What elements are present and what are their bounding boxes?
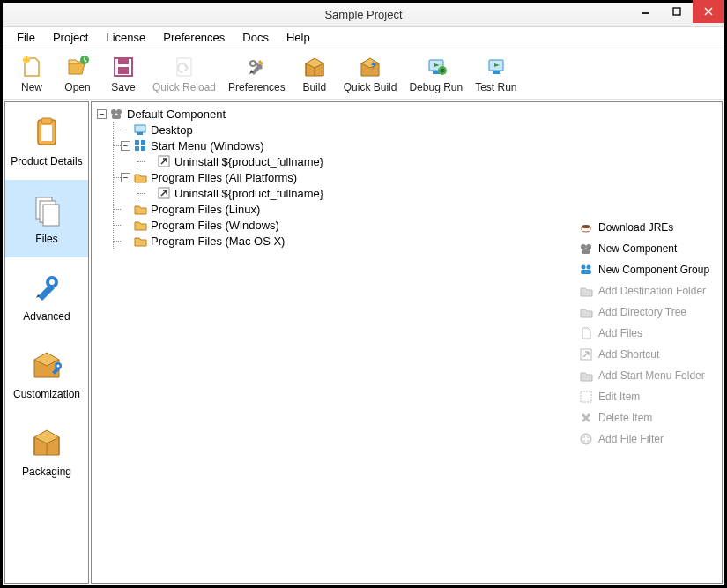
menu-license[interactable]: License: [99, 29, 152, 46]
svg-rect-34: [135, 146, 139, 151]
sidebar-advanced[interactable]: Advanced: [5, 257, 88, 335]
tree-node[interactable]: Uninstall ${product_fullname}: [145, 185, 570, 201]
action-add-file-filter-label: Add File Filter: [598, 433, 664, 445]
folder-icon: [579, 305, 593, 319]
svg-rect-1: [673, 8, 680, 15]
build-button[interactable]: Build: [293, 53, 337, 95]
tree-node[interactable]: −Program Files (All Platforms): [121, 169, 570, 185]
action-add-start-menu-folder: Add Start Menu Folder: [579, 365, 722, 386]
tree-node[interactable]: −Start Menu (Windows): [121, 138, 570, 153]
quick-reload-label: Quick Reload: [152, 81, 216, 93]
svg-point-27: [111, 109, 116, 115]
svg-rect-35: [141, 146, 145, 151]
svg-point-44: [587, 265, 591, 270]
action-add-file-filter: Add File Filter: [579, 428, 722, 450]
action-edit-item: Edit Item: [579, 386, 722, 407]
advanced-icon: [29, 270, 64, 305]
sidebar-customization[interactable]: Customization: [5, 335, 88, 413]
menu-project[interactable]: Project: [46, 29, 95, 46]
action-add-directory-tree-label: Add Directory Tree: [598, 306, 686, 318]
shortcut-icon: [157, 186, 171, 200]
action-delete-item: Delete Item: [579, 407, 722, 428]
action-add-shortcut-label: Add Shortcut: [598, 348, 659, 361]
svg-point-43: [582, 265, 586, 270]
action-new-component-group[interactable]: New Component Group: [579, 259, 722, 280]
edit-icon: [579, 390, 593, 404]
expander-icon[interactable]: −: [97, 109, 107, 119]
action-add-start-menu-folder-label: Add Start Menu Folder: [598, 369, 705, 382]
action-add-directory-tree: Add Directory Tree: [579, 301, 722, 323]
sidebar-product-details[interactable]: Product Details: [5, 102, 88, 180]
svg-point-41: [586, 244, 591, 249]
debug-run-button[interactable]: Debug Run: [404, 53, 468, 95]
menu-preferences[interactable]: Preferences: [156, 29, 232, 46]
tree-node-label: Program Files (Windows): [151, 219, 279, 232]
tree-node-label: Uninstall ${product_fullname}: [174, 155, 323, 168]
test-run-button[interactable]: Test Run: [470, 53, 522, 95]
tree-node[interactable]: Desktop: [121, 122, 570, 138]
svg-rect-33: [141, 140, 145, 145]
tree-node[interactable]: Program Files (Mac OS X): [121, 233, 570, 249]
save-label: Save: [111, 81, 135, 93]
component-icon: [579, 242, 593, 256]
open-button[interactable]: Open: [56, 53, 100, 95]
expander-icon[interactable]: −: [121, 173, 130, 182]
tree-node[interactable]: Program Files (Windows): [121, 217, 570, 233]
svg-rect-19: [41, 118, 52, 123]
build-label: Build: [302, 81, 326, 93]
action-add-shortcut: Add Shortcut: [579, 344, 722, 365]
titlebar: Sample Project: [3, 3, 724, 27]
svg-rect-22: [43, 205, 59, 226]
sidebar-files[interactable]: Files: [5, 180, 88, 257]
svg-rect-18: [41, 125, 52, 141]
menu-file[interactable]: File: [10, 29, 42, 46]
coffee-icon: [579, 220, 593, 234]
action-new-component-group-label: New Component Group: [598, 264, 709, 276]
sidebar-files-label: Files: [35, 233, 57, 245]
action-download-jres[interactable]: Download JREs: [579, 217, 722, 238]
menu-docs[interactable]: Docs: [235, 29, 276, 46]
minimize-button[interactable]: [629, 0, 661, 23]
action-panel: Download JREsNew ComponentNew Component …: [575, 102, 722, 583]
packaging-icon: [29, 425, 64, 460]
expander-icon[interactable]: −: [121, 141, 130, 151]
new-button[interactable]: New: [10, 53, 54, 95]
preferences-label: Preferences: [228, 81, 286, 93]
svg-rect-16: [493, 71, 500, 74]
svg-point-26: [57, 365, 60, 368]
sidebar-packaging[interactable]: Packaging: [5, 413, 88, 490]
tree-node[interactable]: Program Files (Linux): [121, 201, 570, 217]
folder-icon: [579, 368, 593, 383]
expander-icon: [145, 189, 154, 198]
close-button[interactable]: [693, 0, 724, 23]
svg-point-24: [49, 279, 55, 285]
tree-node[interactable]: Uninstall ${product_fullname}: [145, 153, 570, 169]
files-icon: [29, 192, 64, 227]
svg-rect-29: [112, 115, 121, 119]
file-tree[interactable]: −Default ComponentDesktop−Start Menu (Wi…: [92, 102, 575, 583]
window-title: Sample Project: [3, 8, 724, 21]
startmenu-icon: [133, 138, 147, 153]
customization-icon: [29, 347, 64, 383]
action-edit-item-label: Edit Item: [598, 391, 640, 403]
folder-icon: [133, 218, 147, 232]
action-delete-item-label: Delete Item: [598, 412, 652, 424]
quick-reload-button: Quick Reload: [147, 53, 221, 95]
tree-node-label: Default Component: [127, 108, 226, 121]
svg-rect-8: [118, 67, 129, 74]
shortcut-icon: [157, 154, 171, 168]
svg-rect-47: [581, 391, 591, 402]
tree-node[interactable]: −Default Component: [97, 106, 570, 122]
svg-rect-9: [118, 59, 129, 64]
expander-icon: [121, 220, 130, 230]
tree-node-label: Start Menu (Windows): [151, 139, 264, 153]
quick-build-button[interactable]: Quick Build: [338, 53, 403, 95]
product-details-icon: [29, 115, 64, 150]
preferences-button[interactable]: Preferences: [223, 53, 291, 95]
svg-point-28: [116, 109, 122, 115]
save-button[interactable]: Save: [101, 53, 145, 95]
action-new-component[interactable]: New Component: [579, 238, 722, 259]
action-download-jres-label: Download JREs: [598, 221, 673, 234]
maximize-button[interactable]: [661, 0, 693, 23]
menu-help[interactable]: Help: [279, 29, 317, 46]
